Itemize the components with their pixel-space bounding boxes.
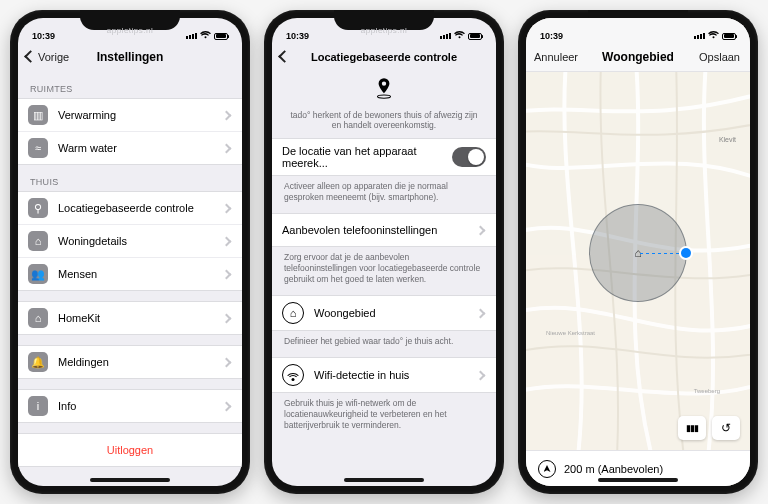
chevron-left-icon [280, 51, 290, 63]
row-label: Meldingen [58, 356, 223, 368]
wifi-icon [454, 31, 465, 41]
radius-handle[interactable] [681, 248, 691, 258]
footer-note: Definieer het gebied waar tado° je thuis… [272, 331, 496, 347]
chevron-right-icon [476, 308, 486, 318]
toggle-switch[interactable] [452, 147, 486, 167]
water-icon: ≈ [28, 138, 48, 158]
section-header-thuis: THUIS [18, 165, 242, 191]
row-info[interactable]: i Info [18, 390, 242, 422]
back-button[interactable] [280, 51, 290, 63]
wifi-icon [200, 31, 211, 41]
chevron-right-icon [222, 203, 232, 213]
chevron-right-icon [222, 269, 232, 279]
row-woongebied[interactable]: ⌂ Woongebied [272, 296, 496, 330]
row-warm-water[interactable]: ≈ Warm water [18, 131, 242, 164]
row-label: Woningdetails [58, 235, 223, 247]
home-icon: ⌂ [28, 231, 48, 251]
status-time: 10:39 [32, 31, 55, 41]
row-label: HomeKit [58, 312, 223, 324]
signal-icon [186, 33, 197, 39]
location-pin-icon: ⚲ [28, 198, 48, 218]
section-header-ruimtes: RUIMTES [18, 72, 242, 98]
hero-description: tado° herkent of de bewoners thuis of af… [290, 110, 478, 130]
row-homekit[interactable]: ⌂ HomeKit [18, 302, 242, 334]
row-label: Verwarming [58, 109, 223, 121]
wifi-icon [708, 31, 719, 41]
bell-icon: 🔔 [28, 352, 48, 372]
status-bar: 10:39 [18, 18, 242, 42]
row-locatie[interactable]: ⚲ Locatiegebaseerde controle [18, 192, 242, 224]
row-label: Woongebied [314, 307, 477, 319]
logout-button[interactable]: Uitloggen [18, 434, 242, 466]
row-device-location-toggle[interactable]: De locatie van het apparaat meerek... [272, 139, 496, 175]
home-indicator[interactable] [90, 478, 170, 482]
nav-bar: Locatiegebaseerde controle [272, 42, 496, 72]
nav-bar: Vorige Instellingen [18, 42, 242, 72]
row-wifi-detectie[interactable]: Wifi-detectie in huis [272, 358, 496, 392]
row-label: Warm water [58, 142, 223, 154]
locate-me-button[interactable] [538, 460, 556, 478]
signal-icon [694, 33, 705, 39]
radius-line [640, 253, 684, 254]
chevron-right-icon [476, 225, 486, 235]
radius-label: 200 m (Aanbevolen) [564, 463, 663, 475]
info-icon: i [28, 396, 48, 416]
home-indicator[interactable] [344, 478, 424, 482]
page-title: Instellingen [97, 50, 164, 64]
location-pin-icon [290, 76, 478, 106]
wifi-icon [282, 364, 304, 386]
battery-icon [214, 33, 228, 40]
row-woningdetails[interactable]: ⌂ Woningdetails [18, 224, 242, 257]
signal-icon [440, 33, 451, 39]
map-poi-label: Klevit [719, 136, 736, 143]
chevron-left-icon [26, 51, 36, 63]
map-street-label: Nieuwe Kerkstraat [546, 330, 595, 336]
row-telefooninstellingen[interactable]: Aanbevolen telefooninstellingen [272, 214, 496, 246]
chevron-right-icon [222, 313, 232, 323]
map-view[interactable]: Klevit Nieuwe Kerkstraat Tweeberg ⌂ ▮▮▮ … [526, 72, 750, 450]
row-label: De locatie van het apparaat meerek... [282, 145, 452, 169]
nav-bar: Annuleer Woongebied Opslaan [526, 42, 750, 72]
page-title: Woongebied [602, 50, 674, 64]
status-bar: 10:39 [272, 18, 496, 42]
footer-note: Activeer alleen op apparaten die je norm… [272, 176, 496, 203]
footer-note: Zorg ervoor dat je de aanbevolen telefoo… [272, 247, 496, 285]
row-label: Wifi-detectie in huis [314, 369, 477, 381]
battery-icon [468, 33, 482, 40]
chevron-right-icon [222, 143, 232, 153]
battery-icon [722, 33, 736, 40]
row-label: Info [58, 400, 223, 412]
geofence-circle[interactable]: ⌂ [589, 204, 687, 302]
people-icon: 👥 [28, 264, 48, 284]
chevron-right-icon [476, 370, 486, 380]
home-icon: ⌂ [282, 302, 304, 324]
status-time: 10:39 [286, 31, 309, 41]
chevron-right-icon [222, 401, 232, 411]
footer-note: Gebruik thuis je wifi-netwerk om de loca… [272, 393, 496, 431]
map-layers-button[interactable]: ▮▮▮ [678, 416, 706, 440]
row-label: Locatiegebaseerde controle [58, 202, 223, 214]
map-reset-button[interactable]: ↺ [712, 416, 740, 440]
row-label: Aanbevolen telefooninstellingen [282, 224, 477, 236]
row-meldingen[interactable]: 🔔 Meldingen [18, 346, 242, 378]
back-label: Vorige [38, 51, 69, 63]
cancel-button[interactable]: Annuleer [534, 51, 578, 63]
page-title: Locatiegebaseerde controle [311, 51, 457, 63]
row-mensen[interactable]: 👥 Mensen [18, 257, 242, 290]
chevron-right-icon [222, 236, 232, 246]
back-button[interactable]: Vorige [26, 51, 69, 63]
row-verwarming[interactable]: ▥ Verwarming [18, 99, 242, 131]
status-bar: 10:39 [526, 18, 750, 42]
chevron-right-icon [222, 357, 232, 367]
status-time: 10:39 [540, 31, 563, 41]
home-indicator[interactable] [598, 478, 678, 482]
row-label: Mensen [58, 268, 223, 280]
save-button[interactable]: Opslaan [699, 51, 740, 63]
svg-point-0 [378, 95, 391, 98]
homekit-icon: ⌂ [28, 308, 48, 328]
chevron-right-icon [222, 110, 232, 120]
thermostat-icon: ▥ [28, 105, 48, 125]
map-area-label: Tweeberg [694, 388, 720, 394]
